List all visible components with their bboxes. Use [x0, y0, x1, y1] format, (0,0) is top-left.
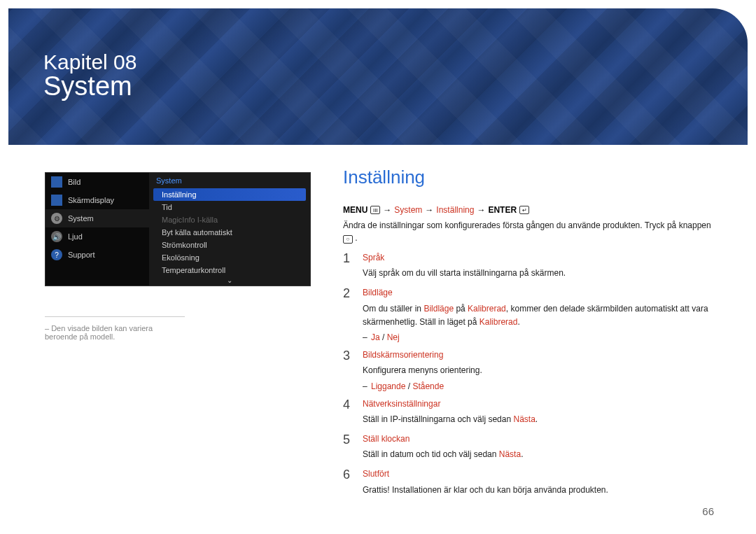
step-number: 1: [343, 251, 351, 282]
tv-panel-item: Ekolösning: [149, 251, 310, 264]
step-desc: Grattis! Installationen är klar och du k…: [363, 484, 714, 497]
hero-text: Kapitel 08 System: [43, 50, 136, 101]
step-body: Ställ klockan Ställ in datum och tid och…: [363, 433, 714, 463]
step-3: 3 Bildskärmsorientering Konfigurera meny…: [343, 349, 714, 393]
enter-icon: ↵: [519, 206, 529, 214]
step-title: Slutfört: [363, 468, 714, 481]
step-desc: Välj språk om du vill starta inställning…: [363, 267, 714, 280]
tv-panel: System Inställning Tid MagicInfo I-källa…: [149, 173, 310, 286]
step-number: 5: [343, 433, 351, 463]
step-title: Ställ klockan: [363, 433, 714, 446]
step-6: 6 Slutfört Grattis! Installationen är kl…: [343, 468, 714, 498]
tv-panel-item: Inställning: [153, 188, 306, 201]
tv-panel-item: Temperaturkontroll: [149, 264, 310, 276]
step-4: 4 Nätverksinställningar Ställ in IP-inst…: [343, 398, 714, 428]
tv-panel-header: System: [149, 173, 310, 188]
section-title: Inställning: [343, 167, 714, 188]
step-desc: Konfigurera menyns orientering.: [363, 364, 714, 377]
step-body: Bildläge Om du ställer in Bildläge på Ka…: [363, 286, 714, 344]
menu-path: MENU III → System → Inställning → ENTER …: [343, 205, 714, 215]
step-2: 2 Bildläge Om du ställer in Bildläge på …: [343, 286, 714, 344]
path-system: System: [394, 205, 422, 215]
step-desc: Om du ställer in Bildläge på Kalibrerad,…: [363, 302, 714, 329]
path-setup: Inställning: [436, 205, 474, 215]
display-icon: [51, 195, 62, 206]
step-title: Bildskärmsorientering: [363, 349, 714, 362]
tv-sidebar-item-bild: Bild: [46, 173, 149, 191]
picture-icon: [51, 176, 62, 188]
steps-list: 1 Språk Välj språk om du vill starta ins…: [343, 251, 714, 499]
step-body: Bildskärmsorientering Konfigurera menyns…: [363, 349, 714, 393]
page-number: 66: [702, 505, 714, 517]
step-options: Liggande / Stående: [371, 380, 714, 393]
arrow-icon: →: [477, 205, 485, 215]
step-desc: Ställ in IP-inställningarna och välj sed…: [363, 413, 714, 426]
menu-icon: III: [370, 206, 380, 214]
chapter-label: Kapitel 08: [43, 50, 136, 74]
intro-text: Ändra de inställningar som konfigurerade…: [343, 219, 714, 244]
tv-sidebar-item-ljud: 🔊 Ljud: [46, 227, 149, 246]
tv-sidebar-item-system: ⚙ System: [46, 209, 149, 227]
step-number: 4: [343, 398, 351, 428]
tv-sidebar-item-support: ? Support: [46, 246, 149, 264]
step-title: Bildläge: [363, 286, 714, 300]
tv-sidebar-item-skarmdisplay: Skärmdisplay: [46, 191, 149, 209]
step-options: Ja / Nej: [371, 331, 714, 344]
button-icon: ○: [343, 235, 353, 244]
step-1: 1 Språk Välj språk om du vill starta ins…: [343, 251, 714, 282]
tv-panel-item: MagicInfo I-källa: [149, 213, 310, 226]
arrow-icon: →: [425, 205, 433, 215]
arrow-icon: →: [383, 205, 391, 215]
step-5: 5 Ställ klockan Ställ in datum och tid o…: [343, 433, 714, 463]
step-number: 2: [343, 286, 351, 344]
chevron-down-icon: ⌄: [227, 276, 232, 284]
help-icon: ?: [51, 249, 62, 260]
step-body: Nätverksinställningar Ställ in IP-instäl…: [363, 398, 714, 428]
image-caption: – Den visade bilden kan variera beroende…: [45, 316, 185, 341]
step-desc: Ställ in datum och tid och välj sedan Nä…: [363, 448, 714, 461]
tv-sidebar: Bild Skärmdisplay ⚙ System 🔊 Ljud ? Supp…: [46, 173, 149, 286]
step-number: 3: [343, 349, 351, 393]
tv-panel-item: Byt källa automatiskt: [149, 226, 310, 239]
step-body: Slutfört Grattis! Installationen är klar…: [363, 468, 714, 498]
hero-banner: Kapitel 08 System: [8, 8, 748, 145]
menu-label: MENU: [343, 205, 368, 215]
enter-label: ENTER: [488, 205, 517, 215]
tv-menu-screenshot: Bild Skärmdisplay ⚙ System 🔊 Ljud ? Supp…: [45, 172, 311, 286]
chapter-title: System: [43, 71, 136, 101]
step-number: 6: [343, 468, 351, 498]
gear-icon: ⚙: [51, 213, 62, 224]
tv-panel-item: Tid: [149, 201, 310, 213]
main-content: Inställning MENU III → System → Inställn…: [343, 167, 714, 503]
step-body: Språk Välj språk om du vill starta instä…: [363, 251, 714, 282]
step-title: Nätverksinställningar: [363, 398, 714, 411]
step-title: Språk: [363, 251, 714, 265]
sound-icon: 🔊: [51, 231, 62, 242]
tv-panel-item: Strömkontroll: [149, 239, 310, 251]
